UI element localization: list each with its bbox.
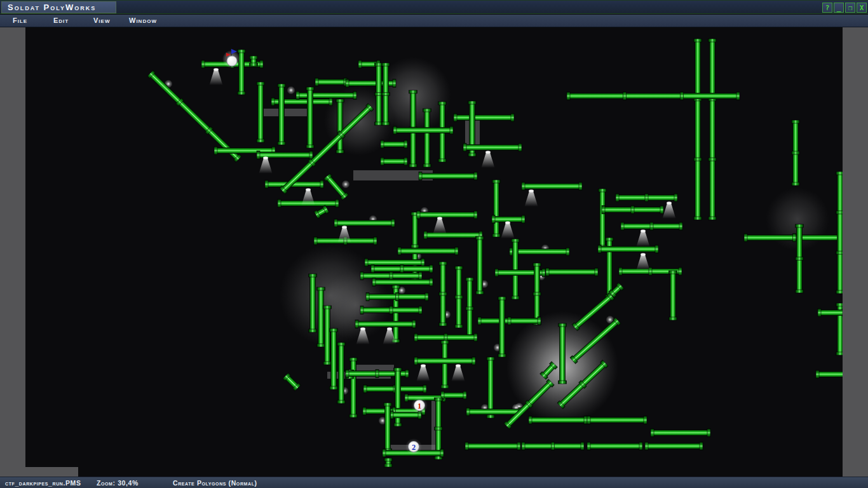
flag-marker-2[interactable]: 2 [405,438,422,455]
pipe-polygon[interactable] [257,82,265,142]
pipe-polygon[interactable] [694,39,702,220]
pipe-flange [598,245,601,254]
pipe-flange [238,92,246,95]
pipe-polygon[interactable] [417,211,477,219]
pipe-flange [390,306,393,315]
pipe-polygon[interactable] [510,248,569,256]
pipe-polygon[interactable] [744,234,844,242]
pipe-polygon[interactable] [398,247,458,255]
pipe-polygon[interactable] [384,403,392,452]
pipe-polygon[interactable] [317,287,325,347]
pipe-polygon[interactable] [349,358,358,417]
pipe-polygon[interactable] [381,140,407,149]
pipe-polygon[interactable] [337,342,346,403]
pipe-polygon[interactable] [529,416,587,424]
pipe-polygon[interactable] [816,370,847,379]
pipe-polygon[interactable] [522,182,582,191]
pipe-polygon[interactable] [567,92,740,100]
glow-dot-scenery[interactable] [342,180,350,189]
pipe-polygon[interactable] [476,236,484,294]
pipe-polygon[interactable] [423,109,431,167]
maximize-button[interactable]: ❐ [845,3,855,13]
pipe-polygon[interactable] [616,194,677,202]
pipe-polygon[interactable] [296,92,356,100]
pipe-flange [260,60,263,69]
pipe-polygon[interactable] [818,309,846,317]
map-canvas[interactable]: 12 [0,27,868,477]
glow-dot-scenery[interactable] [287,86,295,95]
pipe-polygon[interactable] [306,87,315,148]
pipe-polygon[interactable] [645,442,703,451]
pipe-polygon[interactable] [309,274,317,332]
menu-edit[interactable]: Edit [53,17,69,24]
pipe-polygon[interactable] [522,442,584,451]
pipe-polygon[interactable] [366,293,428,301]
pipe-polygon[interactable] [250,56,258,66]
flag-marker-1[interactable]: 1 [411,397,428,414]
pipe-flange [337,342,346,346]
pipe-polygon[interactable] [360,272,422,280]
menu-window[interactable]: Window [129,17,157,24]
pipe-polygon[interactable] [381,158,407,166]
pipe-flange [651,429,654,437]
pipe-polygon[interactable] [372,278,433,287]
pipe-polygon[interactable] [492,180,501,237]
pipe-flange [441,385,449,388]
pipe-polygon[interactable] [587,416,647,424]
pipe-polygon[interactable] [792,120,800,186]
pipe-polygon[interactable] [393,126,453,135]
pipe-polygon[interactable] [669,271,677,320]
pipe-polygon[interactable] [559,323,567,384]
window-title-box: Soldat PolyWorks [1,1,116,13]
pipe-polygon[interactable] [709,39,717,220]
pipe-polygon[interactable] [355,320,416,329]
menu-view[interactable]: View [93,17,110,24]
pipe-polygon[interactable] [441,391,466,400]
pipe-polygon[interactable] [454,114,514,122]
pipe-polygon[interactable] [315,78,347,86]
pipe-polygon[interactable] [439,262,447,326]
pipe-polygon[interactable] [424,231,482,240]
pipe-flange [463,391,466,400]
pipe-polygon[interactable] [478,317,541,325]
minimize-button[interactable]: _ [834,3,844,13]
title-bar[interactable]: Soldat PolyWorks ? _ ❐ X [0,0,868,14]
pipe-polygon[interactable] [419,172,477,180]
pipe-polygon[interactable] [465,442,520,451]
pipe-polygon[interactable] [336,99,344,153]
pipe-flange [374,237,377,245]
pipe-polygon[interactable] [360,306,422,315]
pipe-flange [487,415,495,418]
pipe-polygon[interactable] [498,297,506,357]
pipe-polygon[interactable] [796,224,804,293]
pipe-flange [709,158,717,161]
pipe-polygon[interactable] [455,266,463,328]
pipe-polygon[interactable] [414,334,477,342]
help-button[interactable]: ? [822,3,832,13]
close-button[interactable]: X [857,3,867,13]
pipe-polygon[interactable] [533,263,541,325]
menu-file[interactable]: File [13,17,27,24]
pipe-polygon[interactable] [371,265,433,273]
pipe-flange [621,222,624,231]
pipe-flange [681,92,684,100]
pipe-flange [679,268,682,276]
pipe-polygon[interactable] [323,306,332,365]
pipe-polygon[interactable] [546,268,598,276]
pipe-polygon[interactable] [621,222,682,231]
pipe-polygon[interactable] [587,442,642,451]
pipe-polygon[interactable] [512,239,520,299]
pipe-polygon[interactable] [382,63,390,125]
pipe-polygon[interactable] [602,206,663,214]
pipe-polygon[interactable] [384,458,393,467]
pipe-flange [468,153,477,156]
pipe-polygon[interactable] [330,329,338,390]
pipe-polygon[interactable] [278,84,286,145]
pipe-polygon[interactable] [414,357,475,365]
pipe-polygon[interactable] [463,144,522,152]
pipe-polygon[interactable] [651,429,710,437]
pipe-polygon[interactable] [466,408,522,416]
pipe-polygon[interactable] [466,278,474,339]
scenery-shadow[interactable] [264,109,307,116]
pipe-polygon[interactable] [441,341,449,388]
